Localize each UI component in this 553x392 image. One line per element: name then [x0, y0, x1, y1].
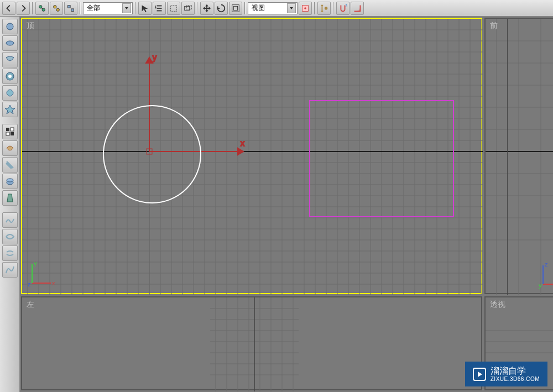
svg-text:z: z	[545, 261, 548, 268]
viewport-grid	[486, 19, 553, 295]
snap-toggle-button[interactable]: 3	[336, 2, 349, 15]
axis-x-label: x	[241, 139, 244, 148]
side-toolbar	[0, 17, 20, 392]
tool-button-13[interactable]	[2, 229, 18, 244]
svg-point-3	[54, 5, 56, 8]
viewport-label: 左	[27, 300, 34, 310]
viewport-grid	[22, 297, 483, 391]
watermark-url: ZIXUE.3D66.COM	[491, 376, 540, 382]
tool-button-10[interactable]	[2, 174, 18, 189]
chevron-down-icon	[122, 3, 131, 13]
select-and-rotate-button[interactable]	[215, 2, 228, 15]
tool-button-14[interactable]	[2, 245, 18, 261]
svg-point-17	[325, 7, 327, 9]
gizmo-x-label: x	[52, 280, 55, 286]
top-toolbar: 全部 视图 3	[0, 0, 553, 17]
tool-button-1[interactable]	[2, 19, 18, 34]
dropdown-label: 视图	[252, 3, 287, 13]
svg-point-19	[7, 23, 13, 30]
svg-rect-12	[186, 5, 191, 9]
use-pivot-button[interactable]	[299, 2, 312, 15]
separator	[333, 2, 334, 14]
dropdown-label: 全部	[87, 3, 122, 13]
axis-y-label: y	[153, 53, 156, 62]
tool-button-9[interactable]	[2, 157, 18, 173]
unlink-button[interactable]	[50, 2, 63, 15]
reference-coord-dropdown[interactable]: 视图	[248, 2, 298, 14]
select-by-name-button[interactable]	[153, 2, 166, 15]
viewport-left[interactable]: 左	[21, 296, 482, 390]
svg-rect-5	[68, 5, 71, 8]
tool-button-6[interactable]	[2, 102, 18, 117]
select-and-move-button[interactable]	[200, 2, 213, 15]
separator	[135, 2, 136, 14]
separator	[244, 2, 246, 14]
watermark: 溜溜自学 ZIXUE.3D66.COM	[465, 362, 547, 386]
tool-button-12[interactable]	[2, 212, 18, 228]
svg-rect-26	[11, 132, 14, 135]
tool-button-7[interactable]	[2, 124, 18, 139]
gizmo-z-label: z	[28, 281, 31, 288]
separator	[80, 2, 81, 14]
svg-point-4	[56, 8, 59, 11]
svg-text:3: 3	[346, 4, 348, 8]
viewport-area: 顶 x y	[20, 17, 553, 392]
tool-button-3[interactable]	[2, 52, 18, 67]
axis-gizmo-icon: x y z	[28, 260, 55, 288]
svg-point-28	[7, 179, 13, 182]
tool-button-8[interactable]	[2, 140, 18, 156]
gizmo-y-label: y	[34, 260, 37, 266]
axis-gizmo-icon: x z y	[539, 261, 553, 289]
svg-rect-14	[232, 4, 239, 12]
link-button[interactable]	[35, 2, 49, 15]
viewport-label: 透视	[490, 300, 505, 310]
svg-rect-10	[171, 5, 177, 11]
separator	[314, 2, 315, 14]
svg-text:y: y	[539, 282, 542, 289]
svg-rect-11	[185, 6, 190, 10]
separator	[197, 2, 198, 14]
viewport-top[interactable]: 顶 x y	[21, 18, 482, 294]
window-crossing-button[interactable]	[181, 2, 195, 15]
bind-button[interactable]	[64, 2, 77, 15]
separator	[32, 2, 33, 14]
viewport-grid: x y	[22, 19, 483, 295]
viewport-label: 顶	[27, 21, 34, 31]
redo-button[interactable]	[17, 2, 30, 15]
tool-button-4[interactable]	[2, 69, 18, 84]
selection-filter-dropdown[interactable]: 全部	[83, 2, 133, 14]
tool-button-2[interactable]	[2, 35, 18, 51]
tool-button-15[interactable]	[2, 262, 18, 278]
svg-point-16	[304, 7, 306, 9]
tool-button-11[interactable]	[2, 190, 18, 206]
svg-rect-25	[6, 132, 9, 135]
select-object-button[interactable]	[138, 2, 152, 15]
svg-line-2	[41, 8, 43, 9]
viewport-label: 前	[490, 21, 498, 31]
play-icon	[473, 368, 486, 381]
tool-button-5[interactable]	[2, 85, 18, 101]
svg-rect-13	[233, 6, 237, 10]
svg-rect-23	[6, 128, 9, 131]
svg-point-22	[8, 75, 12, 78]
angle-snap-button[interactable]	[351, 2, 364, 15]
select-and-scale-button[interactable]	[229, 2, 242, 15]
viewport-front[interactable]: 前 x z y	[484, 18, 553, 294]
watermark-title: 溜溜自学	[491, 366, 540, 376]
svg-point-20	[6, 41, 14, 45]
chevron-down-icon	[287, 3, 296, 13]
undo-button[interactable]	[2, 2, 15, 15]
select-and-manipulate-button[interactable]	[317, 2, 331, 15]
svg-rect-24	[11, 128, 14, 131]
svg-rect-6	[71, 8, 74, 11]
selection-region-button[interactable]	[167, 2, 180, 15]
